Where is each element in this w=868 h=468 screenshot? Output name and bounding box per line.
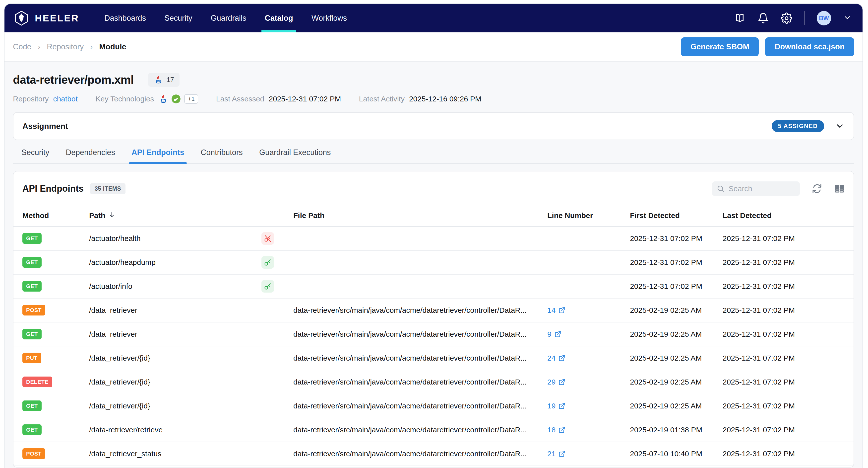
line-number-link[interactable]: 18: [547, 426, 630, 434]
line-number-link[interactable]: 21: [547, 449, 630, 458]
file-path: data-retriever/src/main/java/com/acme/da…: [293, 354, 547, 362]
column-header-method[interactable]: Method: [23, 211, 89, 220]
table-row[interactable]: PUT /data_retriever/{id} data-retriever/…: [13, 346, 854, 370]
external-link-icon: [558, 379, 565, 385]
endpoint-path: /data_retriever/{id}: [89, 402, 150, 410]
key-technologies-group: Key Technologies +1: [96, 94, 198, 104]
api-endpoints-card: API Endpoints 35 ITEMS: [13, 171, 854, 468]
docs-book-icon[interactable]: [734, 12, 745, 24]
first-detected: 2025-12-31 07:02 PM: [630, 234, 722, 243]
brand[interactable]: HEELER: [13, 4, 79, 32]
column-header-line-number[interactable]: Line Number: [547, 211, 630, 220]
api-endpoints-header: API Endpoints 35 ITEMS: [13, 171, 854, 205]
first-detected: 2025-12-31 07:02 PM: [630, 258, 722, 267]
breadcrumb-code[interactable]: Code: [13, 42, 31, 51]
spring-icon: [171, 94, 181, 104]
table-row[interactable]: GET /actuator/health 2025-12-31 07:02 PM…: [13, 227, 854, 251]
latest-activity-label: Latest Activity: [359, 95, 404, 103]
last-detected: 2025-12-31 07:02 PM: [722, 282, 845, 291]
repository-link[interactable]: chatbot: [53, 95, 78, 103]
search-icon: [717, 185, 724, 193]
line-number-value: 21: [547, 449, 556, 458]
nav-item-security[interactable]: Security: [155, 4, 202, 32]
nav-item-dashboards[interactable]: Dashboards: [95, 4, 155, 32]
key-technologies-icons: +1: [158, 94, 198, 104]
external-link-icon: [558, 427, 565, 433]
top-navigation: HEELER Dashboards Security Guardrails Ca…: [4, 4, 863, 32]
table-row[interactable]: POST /data_retriever data-retriever/src/…: [13, 298, 854, 322]
file-path: data-retriever/src/main/java/com/acme/da…: [293, 330, 547, 339]
line-number-link[interactable]: 14: [547, 306, 630, 315]
nav-item-workflows[interactable]: Workflows: [302, 4, 356, 32]
breadcrumb-module: Module: [99, 42, 126, 51]
assignment-expand-chevron-icon[interactable]: [835, 121, 845, 131]
breadcrumb-repository[interactable]: Repository: [47, 42, 84, 51]
repository-group: Repository chatbot: [13, 95, 78, 103]
tab-security[interactable]: Security: [22, 148, 49, 164]
line-number-link[interactable]: 9: [547, 330, 630, 339]
settings-gear-icon[interactable]: [781, 12, 792, 24]
table-row[interactable]: POST /data_retriever_status data-retriev…: [13, 442, 854, 466]
file-path: data-retriever/src/main/java/com/acme/da…: [293, 306, 547, 315]
table-row[interactable]: GET /data_retriever/{id} data-retriever/…: [13, 394, 854, 418]
column-header-file-path[interactable]: File Path: [293, 211, 547, 220]
method-badge: GET: [23, 257, 41, 268]
last-detected: 2025-12-31 07:02 PM: [722, 426, 845, 434]
line-number-link[interactable]: 24: [547, 354, 630, 362]
table-row[interactable]: GET /actuator/info 2025-12-31 07:02 PM 2…: [13, 274, 854, 298]
java-version-badge: 17: [148, 73, 180, 87]
endpoint-path: /actuator/heapdump: [89, 258, 156, 267]
first-detected: 2025-07-10 10:40 PM: [630, 449, 722, 458]
table-row[interactable]: GET /data_retriever data-retriever/src/m…: [13, 322, 854, 346]
download-sca-json-button[interactable]: Download sca.json: [765, 37, 854, 56]
endpoint-path: /data-retriever/retrieve: [89, 426, 163, 434]
user-menu-chevron-icon[interactable]: [843, 13, 851, 23]
tab-guardrail-executions[interactable]: Guardrail Executions: [259, 148, 331, 164]
external-link-icon: [558, 307, 565, 314]
last-assessed-value: 2025-12-31 07:02 PM: [269, 95, 341, 103]
last-detected: 2025-12-31 07:02 PM: [722, 378, 845, 386]
nav-item-guardrails[interactable]: Guardrails: [202, 4, 255, 32]
repository-label: Repository: [13, 95, 49, 103]
search-box[interactable]: [712, 181, 800, 196]
method-badge: POST: [23, 305, 45, 316]
endpoint-path: /data_retriever: [89, 330, 137, 339]
generate-sbom-button[interactable]: Generate SBOM: [681, 37, 759, 56]
column-header-path[interactable]: Path: [89, 211, 293, 220]
nav-item-catalog[interactable]: Catalog: [255, 4, 302, 32]
tab-api-endpoints[interactable]: API Endpoints: [131, 148, 184, 164]
tab-dependencies[interactable]: Dependencies: [66, 148, 115, 164]
search-input[interactable]: [728, 184, 795, 193]
line-number-value: 29: [547, 378, 556, 386]
page-content: data-retriever/pom.xml 17 Repository cha…: [4, 62, 863, 468]
module-tabs: Security Dependencies API Endpoints Cont…: [13, 148, 854, 164]
java-icon: [158, 94, 168, 104]
column-header-last-detected[interactable]: Last Detected: [722, 211, 845, 220]
last-detected: 2025-12-31 07:02 PM: [722, 258, 845, 267]
page-actions: Generate SBOM Download sca.json: [681, 37, 854, 56]
table-row[interactable]: GET /actuator/heapdump 2025-12-31 07:02 …: [13, 251, 854, 274]
module-title-row: data-retriever/pom.xml 17: [13, 73, 854, 87]
tab-contributors[interactable]: Contributors: [201, 148, 243, 164]
method-badge: GET: [23, 233, 41, 244]
table-columns-icon[interactable]: [834, 183, 845, 194]
method-badge: DELETE: [23, 377, 52, 387]
column-header-first-detected[interactable]: First Detected: [630, 211, 722, 220]
last-detected: 2025-12-31 07:02 PM: [722, 330, 845, 339]
tech-overflow-badge[interactable]: +1: [184, 94, 198, 104]
table-row[interactable]: GET /data-retriever/retrieve data-retrie…: [13, 418, 854, 442]
refresh-icon[interactable]: [812, 183, 822, 194]
line-number-link[interactable]: 19: [547, 402, 630, 410]
page-title: data-retriever/pom.xml: [13, 73, 134, 86]
nav-items: Dashboards Security Guardrails Catalog W…: [95, 4, 356, 32]
line-number-link[interactable]: 29: [547, 378, 630, 386]
notifications-bell-icon[interactable]: [757, 12, 769, 24]
sort-descending-icon: [105, 211, 115, 220]
module-meta-row: Repository chatbot Key Technologies: [13, 94, 854, 104]
api-endpoints-title: API Endpoints: [23, 183, 84, 194]
first-detected: 2025-02-19 02:25 AM: [630, 354, 722, 362]
last-assessed-label: Last Assessed: [216, 95, 264, 103]
avatar[interactable]: BW: [817, 11, 831, 25]
assignment-panel[interactable]: Assignment 5 ASSIGNED: [13, 112, 854, 140]
table-row[interactable]: DELETE /data_retriever/{id} data-retriev…: [13, 370, 854, 394]
